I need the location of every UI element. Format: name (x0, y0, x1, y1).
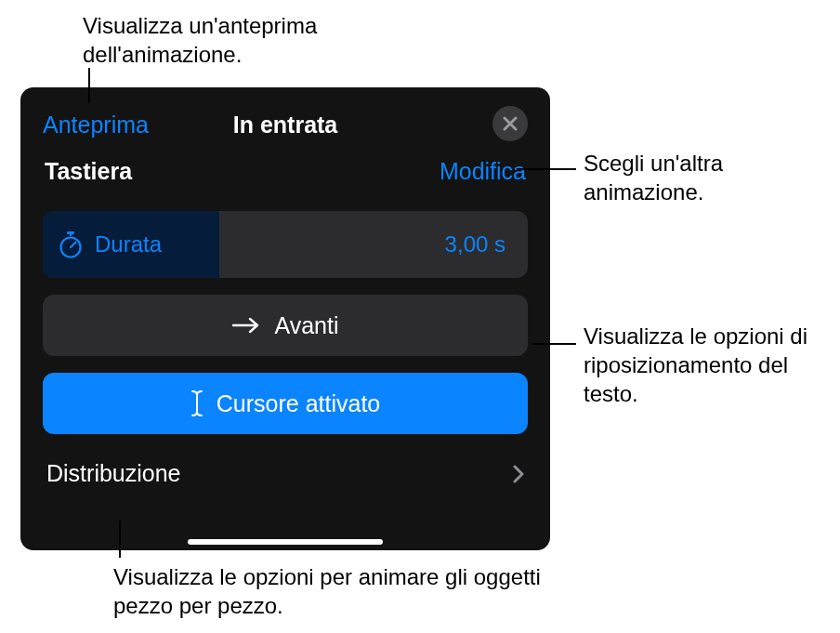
callout-distribution: Visualizza le opzioni per animare gli og… (113, 562, 541, 620)
callout-direction: Visualizza le opzioni di riposizionament… (584, 322, 834, 409)
duration-value: 3,00 s (445, 231, 505, 257)
callout-edit: Scegli un'altra animazione. (584, 149, 825, 206)
distribution-label: Distribuzione (46, 460, 181, 487)
callout-line (517, 168, 576, 170)
animation-subheader: Tastiera Modifica (43, 158, 528, 185)
svg-line-3 (71, 243, 76, 248)
animation-name: Tastiera (45, 158, 132, 185)
callout-line (88, 68, 90, 103)
direction-label: Avanti (274, 312, 338, 339)
home-indicator[interactable] (188, 539, 383, 545)
callout-line (532, 343, 576, 345)
direction-button[interactable]: Avanti (43, 295, 528, 356)
duration-left: Durata (43, 211, 219, 278)
callout-line (119, 521, 121, 558)
duration-label: Durata (95, 231, 162, 257)
duration-row[interactable]: Durata 3,00 s (43, 211, 528, 278)
chevron-right-icon (513, 465, 524, 483)
distribution-row[interactable]: Distribuzione (43, 460, 528, 487)
stopwatch-icon (58, 231, 84, 258)
text-cursor-icon (190, 389, 203, 417)
duration-value-area: 3,00 s (219, 211, 528, 278)
close-button[interactable] (492, 106, 528, 141)
cursor-button[interactable]: Cursore attivato (43, 373, 528, 434)
callout-preview: Visualizza un'anteprima dell'animazione. (83, 11, 380, 69)
panel-header: Anteprima In entrata (43, 104, 528, 145)
animation-panel: Anteprima In entrata Tastiera Modifica D… (20, 87, 550, 550)
cursor-label: Cursore attivato (217, 390, 380, 417)
svg-rect-1 (70, 233, 72, 236)
arrow-right-icon (231, 316, 261, 335)
edit-button[interactable]: Modifica (440, 158, 526, 185)
preview-button[interactable]: Anteprima (43, 112, 149, 138)
close-icon (503, 116, 518, 131)
